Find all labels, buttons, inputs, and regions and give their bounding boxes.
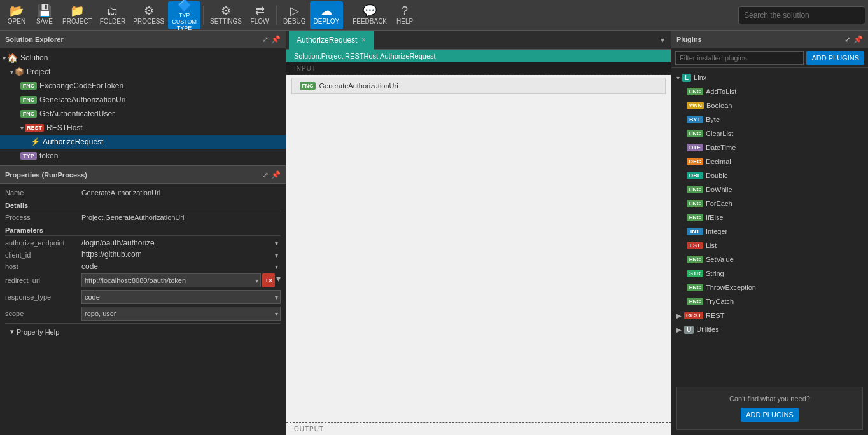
plugin-clearlist[interactable]: FNC ClearList: [671, 127, 868, 141]
canvas-item-genauth[interactable]: FNC GenerateAuthorizationUri: [291, 78, 666, 94]
plugin-string[interactable]: STR String: [671, 266, 868, 280]
param-select-redirect[interactable]: http://localhost:8080/oauth/token: [81, 273, 261, 287]
feedback-button[interactable]: 💬 FEEDBACK: [349, 1, 391, 29]
dec-badge: DEC: [687, 158, 703, 165]
plugin-trycatch[interactable]: FNC TryCatch: [671, 294, 868, 308]
cant-find-text: Can't find what you need?: [685, 395, 855, 403]
param-label: response_type: [5, 293, 81, 301]
help-icon: ?: [402, 5, 408, 17]
plugin-ifelse[interactable]: FNC IfElse: [671, 211, 868, 224]
project-button[interactable]: 📁 PROJECT: [59, 1, 96, 29]
tree-item-solution[interactable]: ▾ 🏠 Solution: [0, 51, 286, 65]
plugin-byte[interactable]: BYT Byte: [671, 113, 868, 127]
debug-button[interactable]: ▷ DEBUG: [279, 1, 310, 29]
param-select-wrap: code: [81, 290, 281, 304]
dbl-badge: DBL: [687, 172, 703, 179]
param-row-scope: scope repo, user: [5, 307, 281, 321]
fnc-badge: FNC: [687, 88, 703, 95]
tree-item-exchange[interactable]: FNC ExchangeCodeForToken: [0, 79, 286, 93]
cant-find-box: Can't find what you need? ADD PLUGINS: [676, 387, 863, 430]
flow-icon: ⇄: [255, 5, 265, 17]
details-section: Details: [5, 202, 281, 211]
chevron-down-icon: ▾: [676, 74, 680, 81]
param-label: client_id: [5, 251, 81, 259]
plugin-addtolist[interactable]: FNC AddToList: [671, 85, 868, 99]
plugins-search-row: ADD PLUGINS: [671, 48, 868, 68]
canvas-area[interactable]: FNC GenerateAuthorizationUri: [286, 75, 671, 422]
prop-name-row: Name GenerateAuthorizationUri: [5, 189, 281, 197]
fnc-badge: FNC: [687, 186, 703, 193]
param-label: host: [5, 263, 81, 270]
folder-button[interactable]: 🗂 FOLDER: [96, 1, 130, 29]
properties-panel: Properties (RunProcess) ⤢ 📌 Name Generat…: [0, 166, 286, 435]
tree-item-project[interactable]: ▾ 📦 Project: [0, 65, 286, 79]
settings-icon: ⚙: [221, 5, 231, 17]
expand-plugins-icon[interactable]: ⤢: [844, 35, 851, 44]
property-help-toggle[interactable]: ▾ Property Help: [10, 328, 276, 336]
plugin-boolean[interactable]: YWN Boolean: [671, 99, 868, 113]
process-button[interactable]: ⚙ PROCESS: [129, 1, 168, 29]
expand-props-icon[interactable]: ⤢: [262, 170, 269, 179]
canvas-header: Solution.Project.RESTHost.AuthorizeReque…: [286, 50, 671, 62]
plugin-list[interactable]: LST List: [671, 238, 868, 252]
plugin-foreach[interactable]: FNC ForEach: [671, 197, 868, 211]
tree-item-genauth[interactable]: FNC GenerateAuthorizationUri: [0, 93, 286, 107]
add-plugins-button[interactable]: ADD PLUGINS: [806, 51, 864, 65]
property-help: ▾ Property Help: [5, 323, 281, 340]
auth-icon: ⚡: [31, 137, 40, 146]
utilities-icon: U: [684, 326, 694, 334]
tab-authorizerequest[interactable]: AuthorizeRequest ✕: [289, 31, 374, 50]
tx-dropdown-icon[interactable]: ▾: [276, 273, 281, 287]
pin-plugins-icon[interactable]: 📌: [853, 35, 863, 44]
plugins-filter-input[interactable]: [675, 51, 804, 65]
plugins-title: Plugins: [676, 36, 702, 43]
plugin-rest-root[interactable]: ▶ REST REST: [671, 308, 868, 322]
add-plugins-bottom-button[interactable]: ADD PLUGINS: [741, 408, 799, 422]
plugin-integer[interactable]: INT Integer: [671, 224, 868, 238]
tree-item-token[interactable]: TYP token: [0, 149, 286, 163]
expand-icon[interactable]: ⤢: [262, 35, 269, 44]
search-input[interactable]: [744, 11, 858, 20]
param-row-redirect: redirect_uri http://localhost:8080/oauth…: [5, 273, 281, 287]
toolbar-separator: [203, 6, 204, 25]
settings-button[interactable]: ⚙ SETTINGS: [206, 1, 246, 29]
plugin-datetime[interactable]: DTE DateTime: [671, 141, 868, 155]
custom-type-icon: 🔷: [178, 0, 192, 11]
chevron-right-icon: ▶: [676, 312, 682, 319]
plugin-double[interactable]: DBL Double: [671, 169, 868, 183]
plugin-throwexception[interactable]: FNC ThrowException: [671, 280, 868, 294]
tab-close-icon[interactable]: ✕: [361, 36, 366, 43]
help-button[interactable]: ? HELP: [391, 1, 419, 29]
param-select-scope[interactable]: repo, user: [81, 307, 281, 321]
param-row-host: host code: [5, 262, 281, 271]
plugin-setvalue[interactable]: FNC SetValue: [671, 252, 868, 266]
tree-item-getauth[interactable]: FNC GetAuthenticatedUser: [0, 107, 286, 121]
dte-badge: DTE: [687, 144, 703, 151]
open-button[interactable]: 📂 OPEN: [3, 1, 31, 29]
fnc-badge: FNC: [687, 214, 703, 221]
fnc-badge: FNC: [20, 96, 37, 104]
plugin-utilities-root[interactable]: ▶ U Utilities: [671, 322, 868, 336]
deploy-button[interactable]: ☁ DEPLOY: [310, 1, 344, 29]
fnc-badge: FNC: [687, 256, 703, 263]
linx-icon: L: [682, 74, 691, 82]
chevron-right-icon: ▾: [10, 328, 14, 336]
solution-explorer-actions: ⤢ 📌: [262, 35, 281, 44]
name-value: GenerateAuthorizationUri: [81, 189, 281, 197]
tree-item-resthost[interactable]: ▾ REST RESTHost: [0, 121, 286, 135]
toolbar-separator-3: [346, 6, 346, 25]
custom-type-button[interactable]: 🔷 TYPCUSTOMTYPE: [168, 1, 200, 29]
pin-props-icon[interactable]: 📌: [271, 170, 281, 179]
tabs-dropdown-icon[interactable]: ▾: [657, 36, 668, 45]
pin-icon[interactable]: 📌: [271, 35, 281, 44]
save-button[interactable]: 💾 SAVE: [31, 1, 59, 29]
tree-item-authreq[interactable]: ⚡ AuthorizeRequest: [0, 135, 286, 149]
debug-icon: ▷: [290, 5, 299, 17]
plugin-dowhile[interactable]: FNC DoWhile: [671, 183, 868, 197]
properties-body: Name GenerateAuthorizationUri Details Pr…: [0, 184, 286, 345]
param-select-response[interactable]: code: [81, 290, 281, 304]
flow-button[interactable]: ⇄ FLOW: [246, 1, 274, 29]
plugin-linx-root[interactable]: ▾ L Linx: [671, 71, 868, 85]
plugin-decimal[interactable]: DEC Decimal: [671, 155, 868, 169]
feedback-icon: 💬: [363, 5, 377, 17]
